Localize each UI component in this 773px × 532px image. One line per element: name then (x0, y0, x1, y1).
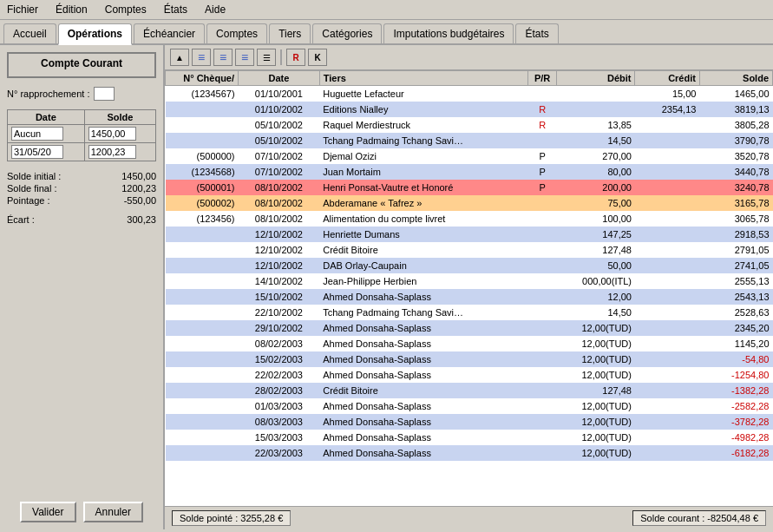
toolbar-btn-k[interactable]: K (308, 49, 327, 66)
toolbar-btn-lines2[interactable]: ≡ (213, 49, 233, 66)
table-row[interactable]: (500002)08/10/2002Abderamane « Tafrez »7… (166, 195, 773, 211)
menu-etats[interactable]: États (160, 2, 191, 17)
table-row[interactable]: 01/03/2003Ahmed Donsaha-Saplass12,00(TUD… (166, 398, 773, 414)
cell-credit (635, 227, 699, 242)
table-row[interactable]: 01/10/2002Editions NialleyR2354,133819,1… (166, 102, 773, 117)
pointage-label: Pointage : (7, 195, 50, 206)
cell-solde: -3782,28 (699, 414, 772, 430)
cell-pr (527, 445, 557, 461)
cell-pr (527, 398, 557, 414)
cell-pr (527, 367, 557, 383)
cell-debit: 13,85 (557, 117, 635, 133)
toolbar-btn-r[interactable]: R (286, 49, 305, 66)
solde-initial-value: 1450,00 (121, 171, 156, 181)
table-row[interactable]: 22/02/2003Ahmed Donsaha-Saplass12,00(TUD… (166, 367, 773, 383)
table-row[interactable]: 08/02/2003Ahmed Donsaha-Saplass12,00(TUD… (166, 336, 773, 351)
tab-operations[interactable]: Opérations (58, 23, 132, 45)
cell-solde: 2345,20 (699, 320, 772, 336)
cell-cheque (166, 351, 239, 367)
table-row[interactable]: 14/10/2002Jean-Philippe Herbien000,00(IT… (166, 273, 773, 289)
cell-date: 08/03/2003 (239, 414, 320, 430)
tab-tiers[interactable]: Tiers (269, 23, 311, 43)
table-row[interactable]: 15/10/2002Ahmed Donsaha-Saplass12,002543… (166, 289, 773, 305)
cell-cheque (166, 242, 239, 258)
cell-debit: 12,00(TUD) (557, 336, 635, 351)
cell-tiers: DAB Orlay-Caupain (319, 258, 527, 273)
table-row[interactable]: 05/10/2002Raquel MerdiestruckR13,853805,… (166, 117, 773, 133)
rapprochement-input[interactable] (94, 87, 115, 101)
cell-date: 14/10/2002 (239, 273, 320, 289)
cell-pr (527, 289, 557, 305)
solde-input-2[interactable] (88, 145, 136, 159)
cell-date: 15/10/2002 (239, 289, 320, 305)
toolbar-btn-triangle[interactable]: ▲ (170, 49, 189, 66)
cell-cheque (166, 102, 239, 117)
cell-tiers: Ahmed Donsaha-Saplass (319, 289, 527, 305)
toolbar-btn-lines3[interactable]: ≡ (235, 49, 254, 66)
date-input-1[interactable] (11, 127, 63, 141)
cell-credit (635, 414, 699, 430)
tab-etats[interactable]: États (515, 23, 558, 43)
table-row[interactable]: 28/02/2003Crédit Bitoire127,48-1382,28 (166, 383, 773, 398)
table-row[interactable]: 12/10/2002DAB Orlay-Caupain50,002741,05 (166, 258, 773, 273)
menu-comptes[interactable]: Comptes (102, 2, 150, 17)
cell-solde: 3520,78 (699, 148, 772, 164)
cell-credit (635, 148, 699, 164)
solde-final-value: 1200,23 (121, 183, 156, 194)
table-row[interactable]: (500000)07/10/2002Djemal OziziP270,00352… (166, 148, 773, 164)
cell-credit (635, 273, 699, 289)
pointage-value: -550,00 (124, 195, 156, 206)
cell-cheque: (123456) (166, 211, 239, 227)
cell-credit (635, 305, 699, 320)
table-row[interactable]: (123456)08/10/2002Alimentation du compte… (166, 211, 773, 227)
menu-aide[interactable]: Aide (201, 2, 229, 17)
cell-cheque: (500001) (166, 180, 239, 195)
cell-pr: P (527, 164, 557, 180)
cell-solde: 3440,78 (699, 164, 772, 180)
cell-credit (635, 398, 699, 414)
tab-imputations[interactable]: Imputations budgétaires (383, 23, 514, 43)
table-row[interactable]: 12/10/2002Henriette Dumans147,252918,53 (166, 227, 773, 242)
tab-accueil[interactable]: Accueil (3, 23, 56, 43)
table-row[interactable]: 22/03/2003Ahmed Donsaha-Saplass12,00(TUD… (166, 445, 773, 461)
cell-debit: 147,25 (557, 227, 635, 242)
cell-debit: 50,00 (557, 258, 635, 273)
cell-credit (635, 180, 699, 195)
cell-solde: 2741,05 (699, 258, 772, 273)
table-row[interactable]: (1234568)07/10/2002Juan MortaimP80,00344… (166, 164, 773, 180)
table-row[interactable]: 12/10/2002Crédit Bitoire127,482791,05 (166, 242, 773, 258)
table-row[interactable]: 15/02/2003Ahmed Donsaha-Saplass12,00(TUD… (166, 351, 773, 367)
tab-comptes[interactable]: Comptes (206, 23, 267, 43)
toolbar-btn-lines1[interactable]: ≡ (192, 49, 211, 66)
ecart-value: 300,23 (127, 214, 156, 225)
col-cheque: N° Chèque/ (166, 71, 239, 86)
cell-tiers: Ahmed Donsaha-Saplass (319, 430, 527, 445)
cell-pr (527, 414, 557, 430)
menu-edition[interactable]: Édition (52, 2, 91, 17)
col-credit: Crédit (635, 71, 699, 86)
table-row[interactable]: 08/03/2003Ahmed Donsaha-Saplass12,00(TUD… (166, 414, 773, 430)
compte-courant-box: Compte Courant (7, 52, 156, 78)
cell-cheque (166, 117, 239, 133)
table-row[interactable]: 29/10/2002Ahmed Donsaha-Saplass12,00(TUD… (166, 320, 773, 336)
annuler-button[interactable]: Annuler (83, 502, 143, 522)
table-row[interactable]: 15/03/2003Ahmed Donsaha-Saplass12,00(TUD… (166, 430, 773, 445)
tab-echeancier[interactable]: Échéancier (134, 23, 205, 43)
table-row[interactable]: 05/10/2002Tchang Padmaing Tchang Savi…14… (166, 133, 773, 148)
table-row[interactable]: (1234567)01/10/2001Huguette Lefacteur15,… (166, 86, 773, 102)
cell-credit (635, 242, 699, 258)
cell-solde: 3065,78 (699, 211, 772, 227)
date-solde-row-1 (8, 125, 156, 143)
solde-input-1[interactable] (88, 127, 136, 141)
cell-pr (527, 258, 557, 273)
date-input-2[interactable] (11, 145, 63, 159)
table-row[interactable]: (500001)08/10/2002Henri Ponsat-Vautre et… (166, 180, 773, 195)
toolbar-btn-grid[interactable]: ☰ (257, 49, 276, 66)
menu-fichier[interactable]: Fichier (3, 2, 42, 17)
table-container[interactable]: N° Chèque/ Date Tiers P/R Débit Crédit S… (165, 70, 773, 506)
solde-initial-label: Solde initial : (7, 171, 61, 181)
valider-button[interactable]: Valider (20, 502, 75, 522)
table-row[interactable]: 22/10/2002Tchang Padmaing Tchang Savi…14… (166, 305, 773, 320)
solde-courant: Solde courant : -82504,48 € (632, 510, 766, 526)
tab-categories[interactable]: Catégories (312, 23, 382, 43)
